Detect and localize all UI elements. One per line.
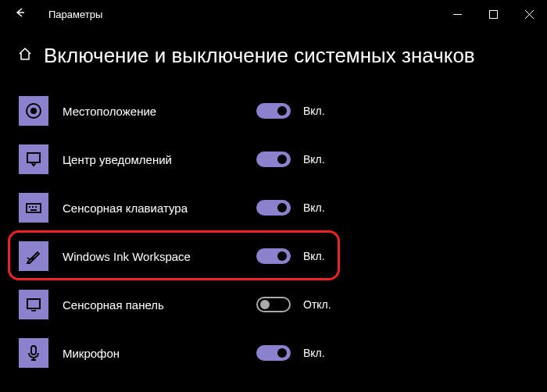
home-icon[interactable] [17, 46, 33, 66]
setting-label: Микрофон [63, 347, 242, 360]
toggle-wrap: Вкл. [256, 248, 325, 264]
toggle-switch[interactable] [256, 297, 291, 312]
toggle-state-label: Вкл. [303, 250, 325, 262]
toggle-wrap: Вкл. [256, 345, 325, 361]
svg-rect-6 [32, 206, 34, 208]
svg-rect-4 [27, 204, 41, 212]
arrow-left-icon [13, 6, 25, 19]
toggle-wrap: Вкл. [256, 151, 325, 167]
action-center-icon [19, 144, 48, 174]
touchpad-icon [19, 290, 48, 319]
maximize-icon [489, 10, 498, 19]
ink-workspace-icon [19, 241, 48, 271]
toggle-state-label: Вкл. [303, 153, 325, 166]
toggle-state-label: Вкл. [303, 347, 325, 359]
window-title: Параметры [48, 9, 439, 20]
touch-keyboard-icon [19, 193, 48, 223]
close-button[interactable] [511, 0, 547, 28]
toggle-state-label: Вкл. [303, 201, 325, 214]
svg-rect-0 [489, 10, 497, 18]
window-controls [439, 0, 547, 28]
location-icon [19, 96, 48, 126]
setting-row-touch-keyboard: Сенсорная клавиатураВкл. [14, 184, 533, 232]
svg-rect-11 [31, 346, 36, 355]
svg-rect-5 [29, 206, 30, 208]
toggle-wrap: Откл. [256, 297, 331, 312]
svg-point-2 [30, 108, 37, 114]
setting-row-location: МестоположениеВкл. [14, 87, 533, 135]
setting-label: Центр уведомлений [63, 153, 242, 166]
page-header: Включение и выключение системных значков [0, 28, 547, 87]
toggle-switch[interactable] [256, 103, 291, 119]
setting-label: Сенсорная клавиатура [63, 201, 242, 215]
microphone-icon [19, 338, 48, 368]
toggle-switch[interactable] [256, 151, 291, 167]
svg-rect-3 [27, 153, 40, 162]
toggle-wrap: Вкл. [256, 103, 325, 119]
toggle-switch[interactable] [256, 200, 291, 216]
toggle-state-label: Вкл. [303, 105, 325, 117]
back-button[interactable] [13, 6, 36, 22]
toggle-switch[interactable] [256, 345, 291, 361]
setting-label: Windows Ink Workspace [63, 250, 242, 263]
setting-row-touchpad: Сенсорная панельОткл. [14, 280, 533, 329]
toggle-wrap: Вкл. [256, 200, 325, 216]
setting-label: Сенсорная панель [63, 298, 242, 312]
svg-rect-7 [35, 206, 37, 208]
toggle-switch[interactable] [256, 248, 291, 264]
setting-row-ink-workspace: Windows Ink WorkspaceВкл. [14, 232, 533, 280]
close-icon [525, 10, 534, 19]
setting-row-action-center: Центр уведомленийВкл. [14, 135, 533, 184]
setting-label: Местоположение [63, 105, 242, 118]
page-title: Включение и выключение системных значков [44, 44, 475, 68]
titlebar: Параметры [0, 0, 547, 28]
maximize-button[interactable] [475, 0, 511, 28]
minimize-button[interactable] [439, 0, 475, 28]
svg-rect-8 [30, 209, 37, 211]
setting-row-microphone: МикрофонВкл. [14, 329, 533, 377]
svg-rect-9 [27, 299, 40, 308]
minimize-icon [453, 10, 462, 19]
svg-rect-10 [31, 310, 36, 312]
toggle-state-label: Откл. [303, 298, 331, 311]
settings-list: МестоположениеВкл.Центр уведомленийВкл.С… [0, 87, 547, 377]
